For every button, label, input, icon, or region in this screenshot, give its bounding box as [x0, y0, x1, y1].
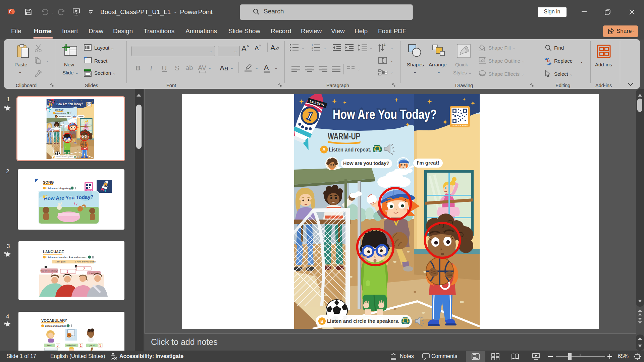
- svg-text:1: 1: [66, 270, 68, 274]
- svg-text:basketball: basketball: [66, 344, 76, 347]
- svg-text:How are you today?: How are you today?: [40, 270, 58, 272]
- svg-text:3: 3: [99, 344, 101, 347]
- svg-text:1: 1: [80, 344, 82, 347]
- svg-text:A: A: [383, 43, 386, 47]
- svg-text:6: 6: [57, 344, 59, 347]
- svg-text:c: c: [549, 62, 551, 66]
- svg-text:Listen and number.: Listen and number.: [45, 325, 66, 327]
- svg-text:2: 2: [83, 267, 85, 271]
- svg-text:bad: bad: [47, 344, 52, 347]
- svg-text:VOCABULARY: VOCABULARY: [41, 318, 67, 322]
- svg-text:good: good: [89, 344, 95, 347]
- svg-text:SONG: SONG: [43, 180, 54, 184]
- svg-text:1 I'm good.: 1 I'm good.: [55, 260, 66, 263]
- svg-text:Listen and number. Ask and ans: Listen and number. Ask and answer.: [47, 256, 87, 258]
- svg-text:3: 3: [312, 49, 313, 51]
- svg-text:1: 1: [312, 44, 313, 46]
- svg-text:LANGUAGE: LANGUAGE: [43, 250, 64, 254]
- svg-text:2 How are you today?: 2 How are you today?: [75, 260, 96, 263]
- svg-text:Listen and sing along.: Listen and sing along.: [47, 187, 71, 190]
- svg-text:2: 2: [312, 47, 313, 49]
